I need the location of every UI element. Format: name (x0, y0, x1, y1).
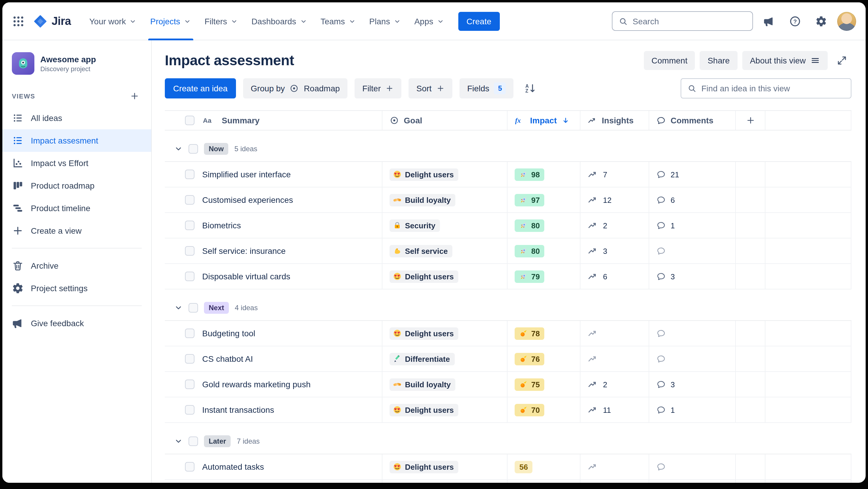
global-search-input[interactable] (632, 16, 746, 26)
group-checkbox[interactable] (189, 436, 198, 446)
goal-tag[interactable]: ♥♥Delight users (390, 168, 459, 181)
nav-item-dashboards[interactable]: Dashboards (245, 2, 314, 40)
idea-row-partial[interactable] (165, 480, 851, 483)
impact-score[interactable]: 80 (515, 245, 545, 257)
goal-tag[interactable]: ♥♥Delight users (390, 270, 459, 283)
row-checkbox[interactable] (185, 272, 194, 281)
goal-tag[interactable]: ♥♥Delight users (390, 461, 459, 473)
column-header-comments[interactable]: Comments (649, 111, 736, 130)
user-avatar[interactable] (837, 11, 856, 31)
idea-summary[interactable]: Gold rewards marketing push (202, 379, 311, 389)
project-header[interactable]: Awesome app Discovery project (2, 50, 151, 84)
global-search[interactable] (612, 11, 753, 31)
idea-row[interactable]: Customised experiencesBuild loyalty97126 (165, 187, 851, 213)
share-button[interactable]: Share (700, 51, 738, 70)
expand-view-button[interactable] (832, 51, 851, 70)
impact-score[interactable]: 70 (515, 404, 545, 416)
sidebar-item-project-settings[interactable]: Project settings (2, 277, 151, 300)
row-checkbox[interactable] (185, 246, 194, 255)
sidebar-item-archive[interactable]: Archive (2, 254, 151, 277)
create-idea-button[interactable]: Create an idea (165, 78, 236, 98)
impact-score[interactable]: 80 (515, 219, 545, 232)
find-idea-input[interactable] (702, 84, 845, 93)
collapse-group-icon[interactable] (174, 437, 183, 445)
impact-score[interactable]: 75 (515, 378, 545, 391)
idea-row[interactable]: Automated tasks♥♥Delight users56 (165, 454, 851, 480)
sidebar-item-create-a-view[interactable]: Create a view (2, 219, 151, 242)
comments-icon[interactable] (656, 246, 666, 255)
sidebar-item-product-timeline[interactable]: Product timeline (2, 197, 151, 219)
add-view-button[interactable] (127, 89, 142, 103)
sidebar-item-impact-vs-effort[interactable]: Impact vs Effort (2, 152, 151, 174)
goal-tag[interactable]: ♥♥Delight users (390, 327, 459, 340)
goal-tag[interactable]: Self service (390, 245, 453, 257)
app-switcher-button[interactable] (8, 11, 28, 31)
announcements-button[interactable] (759, 11, 779, 31)
nav-item-plans[interactable]: Plans (363, 2, 408, 40)
comments-icon[interactable] (656, 272, 666, 281)
idea-summary[interactable]: Simplified user interface (202, 170, 291, 179)
idea-summary[interactable]: Self service: insurance (202, 246, 286, 255)
find-idea-search[interactable] (681, 78, 851, 98)
row-checkbox[interactable] (185, 354, 194, 364)
nav-item-your-work[interactable]: Your work (83, 2, 144, 40)
create-button[interactable]: Create (458, 11, 500, 31)
select-all-checkbox[interactable] (185, 116, 194, 125)
comments-icon[interactable] (656, 170, 666, 179)
impact-score[interactable]: 76 (515, 353, 545, 365)
fields-button[interactable]: Fields 5 (460, 78, 514, 98)
comments-icon[interactable] (656, 405, 666, 415)
comments-icon[interactable] (656, 221, 666, 230)
sort-order-button[interactable]: AZ (521, 79, 540, 98)
about-view-button[interactable]: About this view (742, 51, 828, 70)
idea-row[interactable]: Budgeting tool♥♥Delight users78 (165, 321, 851, 346)
jira-logo[interactable]: Jira (30, 14, 77, 28)
comments-icon[interactable] (656, 379, 666, 389)
sort-button[interactable]: Sort (409, 78, 453, 98)
column-header-summary[interactable]: Aa Summary (165, 111, 382, 130)
idea-summary[interactable]: Biometrics (202, 221, 241, 230)
idea-row[interactable]: Self service: insuranceSelf service803 (165, 238, 851, 264)
row-checkbox[interactable] (185, 462, 194, 471)
impact-score[interactable]: 97 (515, 194, 545, 206)
column-header-goal[interactable]: Goal (382, 111, 507, 130)
idea-summary[interactable]: Customised experiences (202, 195, 293, 205)
impact-score[interactable]: 79 (515, 270, 545, 283)
row-checkbox[interactable] (185, 195, 194, 205)
nav-item-apps[interactable]: Apps (408, 2, 451, 40)
collapse-group-icon[interactable] (174, 303, 183, 312)
idea-row[interactable]: Instant transactions♥♥Delight users70111 (165, 397, 851, 423)
impact-score[interactable]: 98 (515, 168, 545, 181)
goal-tag[interactable]: Build loyalty (390, 194, 456, 206)
idea-summary[interactable]: Instant transactions (202, 405, 274, 415)
sidebar-item-all-ideas[interactable]: All ideas (2, 107, 151, 129)
sidebar-item-impact-assesment[interactable]: Impact assesment (2, 129, 151, 152)
comments-icon[interactable] (656, 195, 666, 205)
idea-summary[interactable]: Budgeting tool (202, 329, 255, 338)
row-checkbox[interactable] (185, 379, 194, 389)
goal-tag[interactable]: ♥♥Delight users (390, 404, 459, 416)
group-by-button[interactable]: Group by Roadmap (243, 78, 348, 98)
idea-row[interactable]: BiometricsSecurity8021 (165, 213, 851, 238)
nav-item-projects[interactable]: Projects (144, 2, 198, 40)
sidebar-item-product-roadmap[interactable]: Product roadmap (2, 174, 151, 197)
group-checkbox[interactable] (189, 144, 198, 153)
add-column-button[interactable] (736, 111, 766, 130)
comments-icon[interactable] (656, 462, 666, 471)
settings-button[interactable] (811, 11, 831, 31)
idea-summary[interactable]: Disposable virtual cards (202, 272, 290, 281)
comments-icon[interactable] (656, 329, 666, 338)
row-checkbox[interactable] (185, 221, 194, 230)
goal-tag[interactable]: Differentiate (390, 353, 455, 365)
nav-item-filters[interactable]: Filters (198, 2, 245, 40)
impact-score[interactable]: 56 (515, 461, 533, 473)
row-checkbox[interactable] (185, 329, 194, 338)
help-button[interactable]: ? (785, 11, 805, 31)
idea-summary[interactable]: Automated tasks (202, 462, 264, 471)
row-checkbox[interactable] (185, 405, 194, 415)
column-header-insights[interactable]: Insights (581, 111, 649, 130)
idea-row[interactable]: Disposable virtual cards♥♥Delight users7… (165, 264, 851, 289)
row-checkbox[interactable] (185, 170, 194, 179)
idea-row[interactable]: Gold rewards marketing pushBuild loyalty… (165, 372, 851, 397)
comment-button[interactable]: Comment (644, 51, 695, 70)
